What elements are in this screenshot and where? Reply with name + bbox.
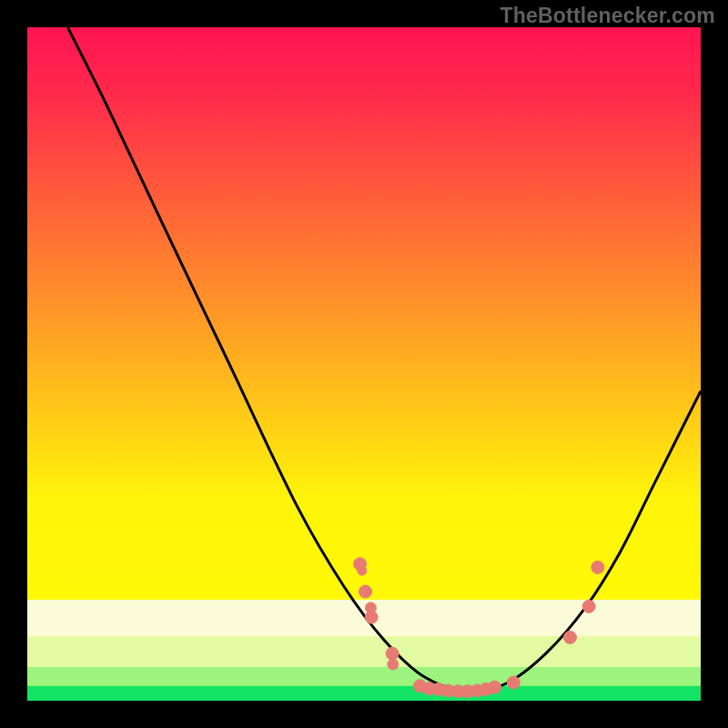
data-point — [386, 647, 399, 660]
data-point — [359, 585, 371, 598]
data-point — [563, 631, 576, 643]
data-point — [507, 676, 520, 689]
svg-rect-3 — [27, 667, 701, 686]
bottleneck-plot — [0, 0, 728, 728]
data-point — [365, 611, 378, 623]
svg-rect-4 — [27, 686, 701, 701]
data-point — [582, 600, 595, 612]
data-point — [489, 681, 501, 693]
watermark-text: TheBottlenecker.com — [500, 4, 715, 28]
data-point — [358, 566, 367, 575]
data-point — [592, 561, 604, 573]
svg-rect-1 — [27, 600, 701, 637]
data-point — [388, 659, 399, 670]
chart-stage: TheBottlenecker.com — [0, 0, 728, 728]
svg-rect-2 — [27, 637, 701, 667]
